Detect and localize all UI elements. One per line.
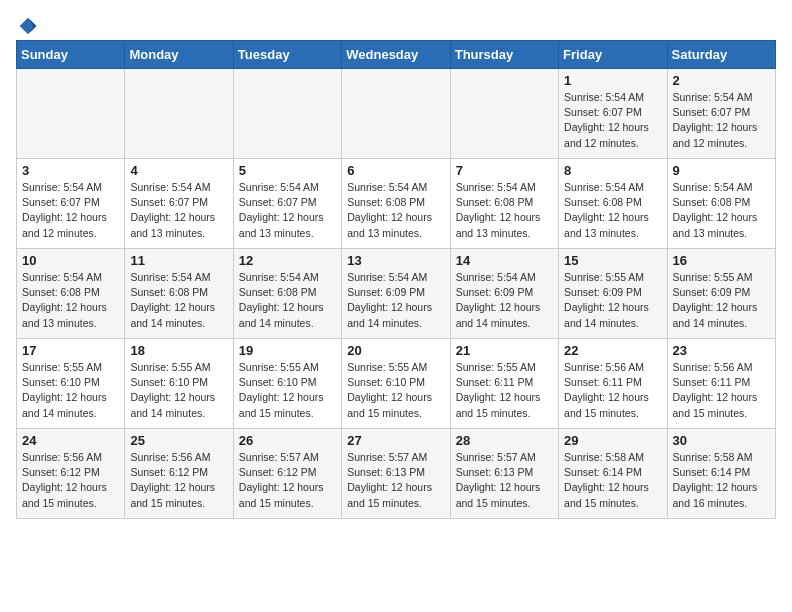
calendar-cell	[233, 69, 341, 159]
day-info: Sunrise: 5:54 AM Sunset: 6:09 PM Dayligh…	[347, 270, 444, 331]
weekday-header: Monday	[125, 41, 233, 69]
day-number: 24	[22, 433, 119, 448]
day-number: 29	[564, 433, 661, 448]
calendar-cell: 29Sunrise: 5:58 AM Sunset: 6:14 PM Dayli…	[559, 429, 667, 519]
day-number: 3	[22, 163, 119, 178]
calendar-cell: 18Sunrise: 5:55 AM Sunset: 6:10 PM Dayli…	[125, 339, 233, 429]
calendar-cell: 19Sunrise: 5:55 AM Sunset: 6:10 PM Dayli…	[233, 339, 341, 429]
weekday-header: Wednesday	[342, 41, 450, 69]
calendar-cell	[125, 69, 233, 159]
day-info: Sunrise: 5:54 AM Sunset: 6:07 PM Dayligh…	[130, 180, 227, 241]
calendar-cell: 1Sunrise: 5:54 AM Sunset: 6:07 PM Daylig…	[559, 69, 667, 159]
calendar-cell: 23Sunrise: 5:56 AM Sunset: 6:11 PM Dayli…	[667, 339, 775, 429]
day-info: Sunrise: 5:56 AM Sunset: 6:12 PM Dayligh…	[130, 450, 227, 511]
day-number: 9	[673, 163, 770, 178]
day-number: 13	[347, 253, 444, 268]
day-number: 30	[673, 433, 770, 448]
day-info: Sunrise: 5:54 AM Sunset: 6:09 PM Dayligh…	[456, 270, 553, 331]
day-number: 10	[22, 253, 119, 268]
calendar-week-row: 1Sunrise: 5:54 AM Sunset: 6:07 PM Daylig…	[17, 69, 776, 159]
calendar-cell	[450, 69, 558, 159]
page-header	[16, 16, 776, 32]
calendar-cell: 13Sunrise: 5:54 AM Sunset: 6:09 PM Dayli…	[342, 249, 450, 339]
calendar-cell: 20Sunrise: 5:55 AM Sunset: 6:10 PM Dayli…	[342, 339, 450, 429]
calendar-cell: 14Sunrise: 5:54 AM Sunset: 6:09 PM Dayli…	[450, 249, 558, 339]
day-number: 28	[456, 433, 553, 448]
calendar-cell: 9Sunrise: 5:54 AM Sunset: 6:08 PM Daylig…	[667, 159, 775, 249]
calendar-cell: 26Sunrise: 5:57 AM Sunset: 6:12 PM Dayli…	[233, 429, 341, 519]
calendar-cell: 5Sunrise: 5:54 AM Sunset: 6:07 PM Daylig…	[233, 159, 341, 249]
day-number: 5	[239, 163, 336, 178]
day-number: 7	[456, 163, 553, 178]
calendar-cell: 28Sunrise: 5:57 AM Sunset: 6:13 PM Dayli…	[450, 429, 558, 519]
day-info: Sunrise: 5:56 AM Sunset: 6:11 PM Dayligh…	[564, 360, 661, 421]
day-number: 12	[239, 253, 336, 268]
day-info: Sunrise: 5:55 AM Sunset: 6:10 PM Dayligh…	[22, 360, 119, 421]
calendar-cell: 16Sunrise: 5:55 AM Sunset: 6:09 PM Dayli…	[667, 249, 775, 339]
logo-icon	[18, 16, 38, 36]
calendar-cell: 7Sunrise: 5:54 AM Sunset: 6:08 PM Daylig…	[450, 159, 558, 249]
day-number: 27	[347, 433, 444, 448]
day-number: 8	[564, 163, 661, 178]
calendar-cell: 3Sunrise: 5:54 AM Sunset: 6:07 PM Daylig…	[17, 159, 125, 249]
day-info: Sunrise: 5:55 AM Sunset: 6:09 PM Dayligh…	[673, 270, 770, 331]
day-info: Sunrise: 5:57 AM Sunset: 6:13 PM Dayligh…	[347, 450, 444, 511]
day-info: Sunrise: 5:58 AM Sunset: 6:14 PM Dayligh…	[564, 450, 661, 511]
weekday-header: Saturday	[667, 41, 775, 69]
day-info: Sunrise: 5:58 AM Sunset: 6:14 PM Dayligh…	[673, 450, 770, 511]
day-info: Sunrise: 5:55 AM Sunset: 6:10 PM Dayligh…	[347, 360, 444, 421]
calendar-cell: 21Sunrise: 5:55 AM Sunset: 6:11 PM Dayli…	[450, 339, 558, 429]
day-number: 15	[564, 253, 661, 268]
calendar-cell: 22Sunrise: 5:56 AM Sunset: 6:11 PM Dayli…	[559, 339, 667, 429]
day-info: Sunrise: 5:57 AM Sunset: 6:13 PM Dayligh…	[456, 450, 553, 511]
day-number: 17	[22, 343, 119, 358]
day-number: 22	[564, 343, 661, 358]
day-info: Sunrise: 5:54 AM Sunset: 6:07 PM Dayligh…	[22, 180, 119, 241]
calendar-cell: 24Sunrise: 5:56 AM Sunset: 6:12 PM Dayli…	[17, 429, 125, 519]
day-info: Sunrise: 5:56 AM Sunset: 6:11 PM Dayligh…	[673, 360, 770, 421]
calendar-week-row: 3Sunrise: 5:54 AM Sunset: 6:07 PM Daylig…	[17, 159, 776, 249]
calendar-body: 1Sunrise: 5:54 AM Sunset: 6:07 PM Daylig…	[17, 69, 776, 519]
calendar-table: SundayMondayTuesdayWednesdayThursdayFrid…	[16, 40, 776, 519]
calendar-cell: 12Sunrise: 5:54 AM Sunset: 6:08 PM Dayli…	[233, 249, 341, 339]
day-info: Sunrise: 5:54 AM Sunset: 6:08 PM Dayligh…	[239, 270, 336, 331]
day-info: Sunrise: 5:54 AM Sunset: 6:08 PM Dayligh…	[347, 180, 444, 241]
calendar-cell: 6Sunrise: 5:54 AM Sunset: 6:08 PM Daylig…	[342, 159, 450, 249]
day-info: Sunrise: 5:55 AM Sunset: 6:10 PM Dayligh…	[130, 360, 227, 421]
weekday-header: Tuesday	[233, 41, 341, 69]
day-number: 2	[673, 73, 770, 88]
calendar-cell: 4Sunrise: 5:54 AM Sunset: 6:07 PM Daylig…	[125, 159, 233, 249]
day-info: Sunrise: 5:56 AM Sunset: 6:12 PM Dayligh…	[22, 450, 119, 511]
calendar-week-row: 24Sunrise: 5:56 AM Sunset: 6:12 PM Dayli…	[17, 429, 776, 519]
calendar-week-row: 17Sunrise: 5:55 AM Sunset: 6:10 PM Dayli…	[17, 339, 776, 429]
day-number: 23	[673, 343, 770, 358]
day-info: Sunrise: 5:57 AM Sunset: 6:12 PM Dayligh…	[239, 450, 336, 511]
calendar-cell: 15Sunrise: 5:55 AM Sunset: 6:09 PM Dayli…	[559, 249, 667, 339]
day-number: 26	[239, 433, 336, 448]
day-info: Sunrise: 5:54 AM Sunset: 6:07 PM Dayligh…	[673, 90, 770, 151]
day-info: Sunrise: 5:54 AM Sunset: 6:07 PM Dayligh…	[564, 90, 661, 151]
day-info: Sunrise: 5:54 AM Sunset: 6:08 PM Dayligh…	[564, 180, 661, 241]
weekday-header: Thursday	[450, 41, 558, 69]
day-number: 11	[130, 253, 227, 268]
logo	[16, 16, 38, 32]
day-info: Sunrise: 5:54 AM Sunset: 6:08 PM Dayligh…	[673, 180, 770, 241]
calendar-cell	[17, 69, 125, 159]
calendar-week-row: 10Sunrise: 5:54 AM Sunset: 6:08 PM Dayli…	[17, 249, 776, 339]
day-number: 14	[456, 253, 553, 268]
calendar-cell: 17Sunrise: 5:55 AM Sunset: 6:10 PM Dayli…	[17, 339, 125, 429]
calendar-cell: 11Sunrise: 5:54 AM Sunset: 6:08 PM Dayli…	[125, 249, 233, 339]
calendar-cell: 30Sunrise: 5:58 AM Sunset: 6:14 PM Dayli…	[667, 429, 775, 519]
day-info: Sunrise: 5:54 AM Sunset: 6:08 PM Dayligh…	[456, 180, 553, 241]
weekday-header: Friday	[559, 41, 667, 69]
calendar-cell: 8Sunrise: 5:54 AM Sunset: 6:08 PM Daylig…	[559, 159, 667, 249]
day-info: Sunrise: 5:54 AM Sunset: 6:07 PM Dayligh…	[239, 180, 336, 241]
day-number: 21	[456, 343, 553, 358]
day-number: 19	[239, 343, 336, 358]
calendar-cell: 25Sunrise: 5:56 AM Sunset: 6:12 PM Dayli…	[125, 429, 233, 519]
calendar-cell	[342, 69, 450, 159]
calendar-cell: 10Sunrise: 5:54 AM Sunset: 6:08 PM Dayli…	[17, 249, 125, 339]
calendar-header-row: SundayMondayTuesdayWednesdayThursdayFrid…	[17, 41, 776, 69]
day-info: Sunrise: 5:54 AM Sunset: 6:08 PM Dayligh…	[22, 270, 119, 331]
day-number: 20	[347, 343, 444, 358]
